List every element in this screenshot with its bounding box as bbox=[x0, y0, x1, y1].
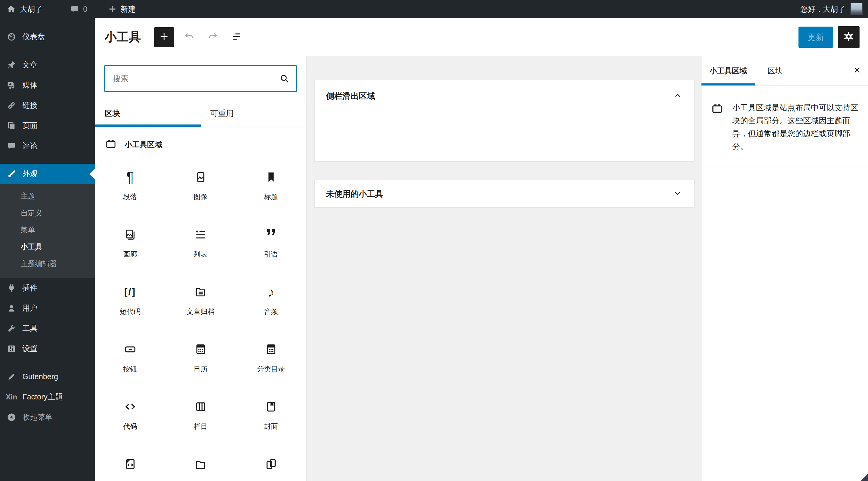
block-label: 图像 bbox=[194, 192, 208, 201]
sidebar-item-label: 用户 bbox=[22, 303, 37, 313]
pages-icon bbox=[7, 121, 16, 130]
tab-widget-areas[interactable]: 小工具区域 bbox=[702, 56, 755, 85]
block-item-list[interactable]: 列表 bbox=[165, 213, 236, 270]
sidebar-item-gutenberg[interactable]: Gutenberg bbox=[0, 366, 95, 387]
tab-block[interactable]: 区块 bbox=[755, 56, 796, 85]
block-item-group[interactable] bbox=[236, 442, 306, 481]
block-item-image[interactable]: 图像 bbox=[165, 155, 236, 213]
block-label: 段落 bbox=[123, 192, 137, 201]
sidebar-item-label: 收起菜单 bbox=[22, 412, 53, 422]
sidebar-item-collapse-menu[interactable]: 收起菜单 bbox=[0, 407, 95, 427]
description-text: 小工具区域是站点布局中可以支持区块的全局部分。这些区域因主题而异，但通常都是您的… bbox=[732, 101, 861, 153]
block-item-shortcode[interactable]: [/] 短代码 bbox=[95, 270, 165, 327]
sidebar-item-label: 评论 bbox=[22, 141, 37, 151]
undo-button[interactable] bbox=[181, 27, 198, 47]
block-item-categories[interactable]: 分类目录 bbox=[236, 327, 306, 385]
plus-icon bbox=[108, 5, 116, 13]
block-item-button[interactable]: 按钮 bbox=[95, 327, 165, 385]
plug-icon bbox=[7, 283, 16, 292]
chevron-up-icon bbox=[673, 90, 683, 102]
paragraph-icon: ¶ bbox=[122, 169, 138, 185]
paintbrush-icon bbox=[7, 169, 16, 179]
admin-bar-new[interactable]: 新建 bbox=[102, 0, 142, 18]
block-item-quote[interactable]: ” 引语 bbox=[236, 213, 306, 270]
comment-icon bbox=[7, 142, 16, 150]
settings-toggle-button[interactable] bbox=[838, 26, 860, 48]
block-label: 画廊 bbox=[123, 250, 137, 259]
gear-icon bbox=[843, 31, 855, 44]
block-item-gallery[interactable]: 画廊 bbox=[95, 213, 165, 270]
block-item-columns[interactable]: 栏目 bbox=[165, 385, 236, 442]
user-avatar-image[interactable] bbox=[850, 3, 863, 15]
code-icon bbox=[122, 399, 138, 415]
search-icon bbox=[279, 73, 290, 85]
submenu-item-themes[interactable]: 主题 bbox=[0, 188, 95, 204]
redo-button[interactable] bbox=[204, 27, 221, 47]
pin-icon bbox=[7, 60, 16, 69]
archives-icon bbox=[193, 284, 209, 300]
block-label: 按钮 bbox=[123, 364, 137, 374]
sidebar-item-links[interactable]: 链接 bbox=[0, 95, 95, 116]
admin-bar-site[interactable]: 大胡子 bbox=[0, 0, 49, 18]
comment-bubble-icon bbox=[70, 5, 79, 13]
block-item-code[interactable]: 代码 bbox=[95, 385, 165, 442]
greeting-text: 您好，大胡子 bbox=[800, 4, 846, 14]
close-icon bbox=[852, 66, 862, 76]
submenu-item-menus[interactable]: 菜单 bbox=[0, 221, 95, 238]
sidebar-item-label: 工具 bbox=[22, 323, 37, 333]
block-item-custom-html[interactable] bbox=[95, 442, 165, 481]
columns-icon bbox=[193, 399, 209, 415]
block-item-cover[interactable]: 封面 bbox=[236, 385, 306, 442]
widgets-canvas: 侧栏滑出区域 未使用的小工具 bbox=[306, 56, 701, 481]
sidebar-item-settings[interactable]: 设置 bbox=[0, 339, 95, 359]
sidebar-item-plugins[interactable]: 插件 bbox=[0, 278, 95, 298]
admin-bar-my-account[interactable]: 您好，大胡子 bbox=[800, 4, 846, 14]
tab-label: 可重用 bbox=[210, 108, 234, 119]
widget-area-description: 小工具区域是站点布局中可以支持区块的全局部分。这些区域因主题而异，但通常都是您的… bbox=[702, 86, 868, 167]
sidebar-item-media[interactable]: 媒体 bbox=[0, 75, 95, 95]
panel-title: 未使用的小工具 bbox=[326, 189, 383, 199]
admin-bar-comments[interactable]: 0 bbox=[64, 0, 94, 18]
sidebar-item-tools[interactable]: 工具 bbox=[0, 318, 95, 339]
quote-icon: ” bbox=[263, 227, 279, 242]
block-item-archives[interactable]: 文章归档 bbox=[165, 270, 236, 327]
site-name: 大胡子 bbox=[20, 4, 42, 14]
tab-label: 区块 bbox=[104, 108, 120, 119]
block-item-calendar[interactable]: 日历 bbox=[165, 327, 236, 385]
sidebar-item-label: 插件 bbox=[22, 283, 37, 293]
block-inserter-panel: 区块 可重用 小工具区域 ¶ 段落 图像 bbox=[95, 56, 306, 481]
block-item-paragraph[interactable]: ¶ 段落 bbox=[95, 155, 165, 213]
sidebar-item-posts[interactable]: 文章 bbox=[0, 55, 95, 75]
block-item-file[interactable] bbox=[165, 442, 236, 481]
block-item-heading-bookmark[interactable]: 标题 bbox=[236, 155, 306, 213]
search-input[interactable] bbox=[104, 65, 297, 92]
undo-arrow-icon bbox=[184, 31, 195, 43]
add-block-button[interactable] bbox=[154, 27, 174, 47]
submenu-item-widgets[interactable]: 小工具 bbox=[0, 238, 95, 255]
image-icon bbox=[193, 169, 209, 185]
sidebar-item-label: 链接 bbox=[22, 100, 37, 110]
block-item-audio[interactable]: ♪ 音频 bbox=[236, 270, 306, 327]
list-view-button[interactable] bbox=[228, 27, 245, 47]
tab-label: 区块 bbox=[768, 66, 783, 76]
panel-header[interactable]: 未使用的小工具 bbox=[315, 180, 694, 208]
tab-reusable[interactable]: 可重用 bbox=[201, 100, 306, 127]
submenu-item-customize[interactable]: 自定义 bbox=[0, 204, 95, 221]
sidebar-item-dashboard[interactable]: 仪表盘 bbox=[0, 27, 95, 47]
block-grid: ¶ 段落 图像 标题 画廊 bbox=[95, 155, 306, 481]
redo-arrow-icon bbox=[207, 31, 218, 43]
link-icon bbox=[7, 101, 16, 110]
sidebar-item-users[interactable]: 用户 bbox=[0, 298, 95, 318]
block-label: 标题 bbox=[264, 192, 278, 201]
sidebar-item-appearance[interactable]: 外观 bbox=[0, 164, 95, 184]
tab-blocks[interactable]: 区块 bbox=[95, 100, 201, 127]
editor-header: 小工具 更新 bbox=[95, 18, 868, 56]
submenu-item-theme-editor[interactable]: 主题编辑器 bbox=[0, 255, 95, 272]
sidebar-item-pages[interactable]: 页面 bbox=[0, 116, 95, 136]
panel-header[interactable]: 侧栏滑出区域 bbox=[315, 81, 694, 112]
update-button[interactable]: 更新 bbox=[799, 27, 833, 48]
custom-html-icon bbox=[122, 456, 138, 472]
sidebar-item-factory-theme[interactable]: Xin Factory主题 bbox=[0, 387, 95, 407]
close-settings-button[interactable] bbox=[846, 56, 868, 85]
sidebar-item-comments[interactable]: 评论 bbox=[0, 136, 95, 156]
